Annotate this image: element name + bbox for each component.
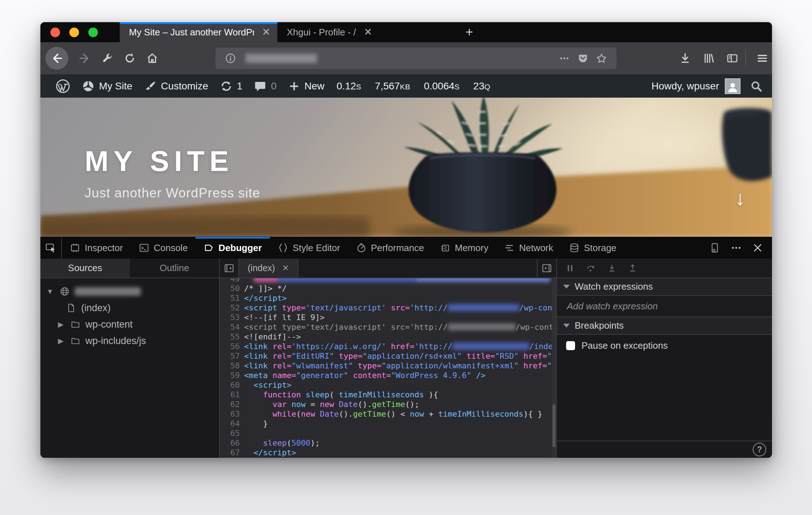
my-sites-icon: [82, 80, 95, 93]
browser-tab-1[interactable]: Xhgui - Profile - /✕: [277, 22, 457, 42]
panel-tab-sources[interactable]: Sources: [40, 259, 130, 278]
my-site-label: My Site: [99, 80, 132, 92]
devtools-tab-style-editor[interactable]: Style Editor: [270, 237, 348, 259]
code-line: <meta name="generator" content="WordPres…: [244, 371, 556, 380]
performance-icon: [356, 242, 367, 253]
customize-label: Customize: [161, 80, 208, 92]
pocket-icon[interactable]: [574, 49, 592, 68]
minimize-window-button[interactable]: [69, 28, 79, 37]
tree-item-domain[interactable]: ▼: [40, 283, 219, 300]
plus-icon: [288, 80, 300, 92]
bookmark-star-icon[interactable]: [592, 49, 611, 68]
admin-search-icon[interactable]: [750, 80, 763, 93]
help-icon[interactable]: ?: [753, 443, 766, 456]
menu-hamburger-icon[interactable]: [751, 47, 772, 70]
devtools-tab-inspector[interactable]: Inspector: [62, 237, 131, 259]
downloads-icon[interactable]: [674, 47, 697, 70]
wp-admin-bar: My Site Customize 1 0: [40, 75, 772, 98]
devtools-tab-performance[interactable]: Performance: [348, 237, 432, 259]
code-line: <![endif]-->: [244, 332, 556, 342]
line-number: 49: [220, 278, 240, 284]
devtools-tab-label: Console: [154, 242, 188, 254]
panel-tab-outline[interactable]: Outline: [130, 259, 219, 278]
customize-brush-icon: [144, 80, 157, 93]
watch-expressions-header[interactable]: Watch expressions: [557, 278, 772, 296]
scroll-down-arrow[interactable]: ↓: [735, 186, 745, 210]
url-bar[interactable]: [216, 48, 617, 69]
query-monitor-metrics[interactable]: 0.12s7,567kb0.0064s23q: [337, 80, 490, 92]
code-line: </script>: [244, 448, 556, 457]
expand-panes-icon[interactable]: [537, 259, 556, 278]
devtools-tab-debugger[interactable]: Debugger: [195, 237, 269, 259]
editor-scrollbar[interactable]: [552, 278, 556, 458]
tree-item-wp-includes/js[interactable]: ▶wp-includes/js: [40, 333, 219, 349]
add-watch-expression-input[interactable]: Add watch expression: [557, 296, 772, 317]
line-number: 63: [220, 409, 240, 419]
devtools-tab-console[interactable]: Console: [131, 237, 195, 259]
close-window-button[interactable]: [50, 28, 60, 37]
watch-expressions-label: Watch expressions: [575, 281, 653, 292]
source-code: /* ]]> */</script><script type='text/jav…: [244, 278, 556, 458]
storage-icon: [569, 242, 580, 253]
comments-count: 0: [271, 80, 277, 92]
devtools-tab-storage[interactable]: Storage: [561, 237, 624, 259]
pause-on-exceptions-row[interactable]: Pause on exceptions: [557, 335, 772, 356]
library-icon[interactable]: [697, 47, 720, 70]
responsive-design-mode-icon[interactable]: [705, 239, 724, 257]
code-line: var now = new Date().getTime();: [244, 399, 556, 409]
account-menu[interactable]: Howdy, wpuser: [652, 78, 750, 94]
devtools-tab-network[interactable]: Network: [496, 237, 561, 259]
collapsed-arrow-icon[interactable]: ▶: [56, 337, 65, 345]
new-tab-button[interactable]: +: [457, 22, 481, 42]
step-out-icon[interactable]: [628, 264, 638, 273]
tab-close-icon[interactable]: ✕: [364, 27, 372, 37]
line-number: 66: [220, 438, 240, 448]
new-content-menu[interactable]: New: [282, 75, 330, 98]
tree-item-label: (index): [81, 303, 111, 314]
site-info-icon[interactable]: [221, 49, 240, 68]
browser-tab-0[interactable]: My Site – Just another WordPress si✕: [120, 22, 277, 42]
page-tools-icon[interactable]: [96, 47, 119, 70]
comments-menu[interactable]: 0: [248, 75, 282, 98]
expanded-arrow-icon[interactable]: ▼: [45, 288, 55, 296]
tree-label-redacted: [75, 287, 141, 296]
customize-menu[interactable]: Customize: [138, 75, 214, 98]
updates-count: 1: [237, 80, 243, 92]
my-site-menu[interactable]: My Site: [76, 75, 138, 98]
code-line: <link rel="EditURI" type="application/rs…: [244, 351, 556, 361]
line-number: 62: [220, 399, 240, 409]
code-line: <script>: [244, 380, 556, 390]
code-editor[interactable]: 49505152535455565758596061626364656667 /…: [220, 278, 556, 458]
tree-item-(index)[interactable]: (index): [40, 300, 219, 316]
element-picker-icon[interactable]: [40, 237, 62, 259]
console-icon: [139, 242, 149, 253]
tree-item-wp-content[interactable]: ▶wp-content: [40, 316, 219, 333]
updates-menu[interactable]: 1: [214, 75, 248, 98]
editor-tab-index[interactable]: (index) ✕: [239, 259, 298, 278]
devtools-menu-icon[interactable]: [727, 239, 746, 257]
tab-close-icon[interactable]: ✕: [262, 27, 270, 37]
line-number: 61: [220, 390, 240, 399]
step-in-icon[interactable]: [607, 264, 617, 273]
page-actions-icon[interactable]: [555, 49, 574, 68]
tab-title: Xhgui - Profile - /: [287, 27, 356, 38]
editor-tab-close-icon[interactable]: ✕: [282, 263, 289, 273]
breakpoints-header[interactable]: Breakpoints: [557, 317, 772, 335]
reload-button[interactable]: [118, 47, 141, 70]
devtools-close-icon[interactable]: [748, 239, 767, 257]
zoom-window-button[interactable]: [88, 28, 98, 37]
collapsed-arrow-icon[interactable]: ▶: [56, 320, 65, 329]
wp-logo-menu[interactable]: [50, 75, 76, 98]
step-over-icon[interactable]: [585, 264, 596, 273]
metric-2: 0.0064s: [424, 80, 460, 92]
back-button[interactable]: [45, 47, 68, 70]
pause-icon[interactable]: [565, 264, 575, 273]
forward-button[interactable]: [73, 47, 96, 70]
home-button[interactable]: [141, 47, 164, 70]
devtools-tab-memory[interactable]: Memory: [432, 237, 496, 259]
collapse-sources-icon[interactable]: [220, 259, 239, 278]
new-label: New: [304, 80, 325, 92]
watch-placeholder: Add watch expression: [567, 301, 658, 312]
pause-on-exceptions-checkbox[interactable]: [566, 341, 575, 350]
sidebar-toggle-icon[interactable]: [721, 47, 744, 70]
